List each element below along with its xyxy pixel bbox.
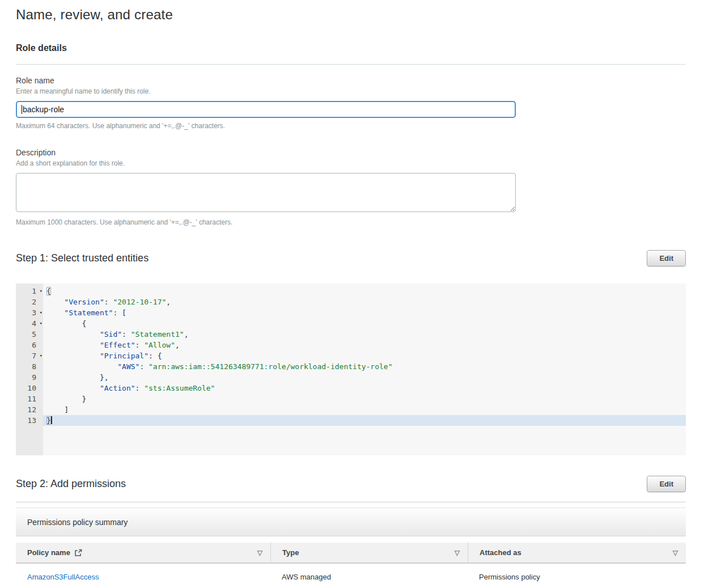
permissions-policy-table: Policy name ▽ Type ▽ Attached as xyxy=(16,543,686,588)
line-number: 9 xyxy=(16,372,43,383)
table-header-row: Policy name ▽ Type ▽ Attached as xyxy=(16,543,686,564)
line-number[interactable]: 3▾ xyxy=(16,307,43,318)
role-name-input[interactable] xyxy=(16,101,516,118)
editor-line: 4▾ { xyxy=(16,318,686,329)
description-field: Description Add a short explanation for … xyxy=(16,148,686,226)
step2-title: Step 2: Add permissions xyxy=(16,478,126,490)
permissions-panel-header: Permissions policy summary xyxy=(16,507,686,536)
line-number: 6 xyxy=(16,340,43,350)
column-label: Attached as xyxy=(480,548,521,557)
policy-attached-as-cell: Permissions policy xyxy=(468,573,686,581)
role-name-field: Role name Enter a meaningful name to ide… xyxy=(16,76,686,130)
page-content: Name, review, and create Role details Ro… xyxy=(0,0,704,588)
text-cursor xyxy=(22,105,22,114)
line-number: 2 xyxy=(16,297,43,307)
column-header-attached-as[interactable]: Attached as ▽ xyxy=(468,543,686,562)
column-label: Type xyxy=(282,548,299,557)
role-name-label: Role name xyxy=(16,76,686,85)
line-number: 5 xyxy=(16,329,43,340)
editor-line: 11 } xyxy=(16,394,686,404)
description-constraint: Maximum 1000 characters. Use alphanumeri… xyxy=(16,218,686,226)
editor-cursor xyxy=(51,416,52,424)
fold-arrow-icon[interactable]: ▾ xyxy=(40,350,43,361)
line-number[interactable]: 7▾ xyxy=(16,350,43,361)
external-link-icon xyxy=(74,549,82,557)
table-row: AmazonS3FullAccess AWS managed Permissio… xyxy=(16,564,686,588)
fold-arrow-icon[interactable]: ▾ xyxy=(40,286,43,297)
step2-edit-button[interactable]: Edit xyxy=(647,476,686,492)
line-number: 10 xyxy=(16,383,43,394)
role-details-divider xyxy=(16,64,686,65)
editor-line: 8 "AWS": "arn:aws:iam::541263489771:role… xyxy=(16,361,686,372)
editor-line: 9 }, xyxy=(16,372,686,383)
line-number[interactable]: 1▾ xyxy=(16,286,43,297)
page-title: Name, review, and create xyxy=(16,7,686,23)
editor-line: 10 "Action": "sts:AssumeRole" xyxy=(16,383,686,394)
role-details-heading: Role details xyxy=(16,43,686,53)
sort-icon[interactable]: ▽ xyxy=(257,549,262,556)
column-header-policy-name[interactable]: Policy name ▽ xyxy=(16,543,270,562)
policy-name-link[interactable]: AmazonS3FullAccess xyxy=(27,573,99,581)
fold-arrow-icon[interactable]: ▾ xyxy=(40,307,43,318)
editor-line: 5 "Sid": "Statement1", xyxy=(16,329,686,340)
permissions-panel-title: Permissions policy summary xyxy=(27,518,128,527)
step1-edit-button[interactable]: Edit xyxy=(647,250,686,266)
description-label: Description xyxy=(16,148,686,157)
step2-divider xyxy=(16,502,686,502)
role-name-constraint: Maximum 64 characters. Use alphanumeric … xyxy=(16,122,686,130)
description-textarea[interactable] xyxy=(16,173,516,212)
role-name-help: Enter a meaningful name to identify this… xyxy=(16,87,686,95)
policy-type-cell: AWS managed xyxy=(270,573,468,581)
line-number: 11 xyxy=(16,394,43,404)
fold-arrow-icon[interactable]: ▾ xyxy=(40,318,43,329)
trust-policy-editor[interactable]: 1▾{2 "Version": "2012-10-17",3▾ "Stateme… xyxy=(16,284,686,455)
sort-icon[interactable]: ▽ xyxy=(455,549,460,556)
step1-header: Step 1: Select trusted entities Edit xyxy=(16,250,686,266)
editor-line: 2 "Version": "2012-10-17", xyxy=(16,297,686,307)
step1-title: Step 1: Select trusted entities xyxy=(16,252,149,264)
step2-header: Step 2: Add permissions Edit xyxy=(16,476,686,492)
sort-icon[interactable]: ▽ xyxy=(673,549,678,556)
editor-line: 7▾ "Principal": { xyxy=(16,350,686,361)
column-label: Policy name xyxy=(27,548,70,557)
editor-line: 13} xyxy=(16,415,686,426)
line-number[interactable]: 4▾ xyxy=(16,318,43,329)
editor-line: 3▾ "Statement": [ xyxy=(16,307,686,318)
editor-line: 12 ] xyxy=(16,404,686,415)
line-number: 13 xyxy=(16,415,43,426)
editor-line: 6 "Effect": "Allow", xyxy=(16,340,686,350)
editor-line: 1▾{ xyxy=(16,286,686,297)
column-header-type[interactable]: Type ▽ xyxy=(270,543,468,562)
line-number: 8 xyxy=(16,361,43,372)
line-number: 12 xyxy=(16,404,43,415)
description-help: Add a short explanation for this role. xyxy=(16,159,686,167)
